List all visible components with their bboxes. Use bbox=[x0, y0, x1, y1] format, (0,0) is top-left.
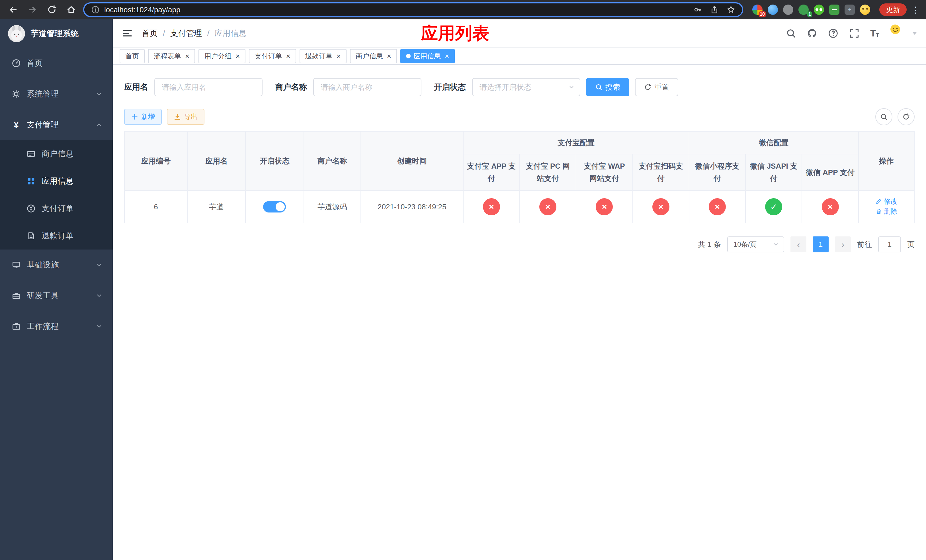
user-menu[interactable] bbox=[890, 24, 917, 42]
sidebar-item-infra[interactable]: 基础设施 bbox=[0, 250, 113, 280]
chevron-down-icon bbox=[96, 91, 103, 97]
puzzle-extension-icon[interactable]: + bbox=[844, 5, 855, 15]
prev-page-button[interactable]: ‹ bbox=[790, 236, 806, 252]
sidebar-menu: 首页 系统管理 ¥ 支付管理 商户信息 应用信息 bbox=[0, 48, 113, 342]
group-header-alipay: 支付宝配置 bbox=[463, 131, 689, 154]
home-icon[interactable] bbox=[64, 2, 79, 17]
close-icon[interactable]: × bbox=[387, 52, 391, 60]
breadcrumb-current: 应用信息 bbox=[215, 28, 247, 39]
sidebar-item-pay-orders[interactable]: 支付订单 bbox=[0, 195, 113, 222]
sidebar-item-app-info[interactable]: 应用信息 bbox=[0, 168, 113, 195]
tab-item[interactable]: 应用信息× bbox=[400, 49, 455, 63]
next-page-button[interactable]: › bbox=[835, 236, 851, 252]
page-title: 应用列表 bbox=[421, 22, 489, 45]
alipay-qr-status-icon: × bbox=[652, 198, 669, 215]
close-icon[interactable]: × bbox=[445, 52, 449, 60]
pagination: 共 1 条 10条/页 ‹ 1 › 前往 页 bbox=[124, 236, 915, 252]
close-icon[interactable]: × bbox=[286, 52, 290, 60]
sidebar-item-payment[interactable]: ¥ 支付管理 bbox=[0, 109, 113, 140]
sidebar-logo[interactable]: 芋道管理系统 bbox=[0, 20, 113, 48]
browser-menu-icon[interactable]: ⋮ bbox=[911, 5, 920, 15]
add-button[interactable]: 新增 bbox=[124, 109, 162, 125]
wechat-jsapi-status-icon: ✓ bbox=[765, 198, 782, 215]
delete-link[interactable]: 删除 bbox=[875, 207, 897, 216]
extension-icon[interactable]: 10 bbox=[752, 5, 763, 15]
navbar-actions: TT bbox=[786, 24, 917, 42]
tab-item[interactable]: 用户分组× bbox=[198, 49, 245, 63]
tab-item[interactable]: 首页× bbox=[120, 49, 145, 63]
extension-icon[interactable]: 1 bbox=[799, 5, 809, 15]
browser-update-button[interactable]: 更新 bbox=[879, 3, 906, 16]
font-size-icon[interactable]: TT bbox=[870, 29, 879, 38]
total-count: 共 1 条 bbox=[698, 239, 721, 250]
bookmark-star-icon[interactable] bbox=[727, 5, 735, 14]
top-navbar: 首页 / 支付管理 / 应用信息 应用列表 TT bbox=[113, 20, 926, 48]
extension-icon[interactable] bbox=[768, 5, 778, 15]
breadcrumb-payment[interactable]: 支付管理 bbox=[170, 28, 202, 39]
tab-item[interactable]: 支付订单× bbox=[249, 49, 296, 63]
export-button[interactable]: 导出 bbox=[167, 109, 204, 125]
wechat-app-status-icon: × bbox=[822, 198, 839, 215]
close-icon[interactable]: × bbox=[236, 52, 240, 60]
toolbox-icon bbox=[11, 291, 21, 301]
app-title: 芋道管理系统 bbox=[31, 28, 79, 39]
search-icon[interactable] bbox=[786, 28, 796, 38]
document-icon bbox=[26, 231, 36, 241]
forward-icon[interactable] bbox=[25, 2, 40, 17]
reload-icon[interactable] bbox=[44, 2, 59, 17]
gear-icon bbox=[11, 89, 21, 99]
refresh-button[interactable] bbox=[897, 108, 915, 125]
page-size-select[interactable]: 10条/页 bbox=[727, 236, 784, 252]
close-icon[interactable]: × bbox=[337, 52, 341, 60]
sidebar-item-workflow[interactable]: 工作流程 bbox=[0, 311, 113, 342]
help-icon[interactable] bbox=[828, 28, 838, 38]
tab-item[interactable]: 流程表单× bbox=[148, 49, 195, 63]
toggle-search-button[interactable] bbox=[875, 108, 893, 125]
sidebar-item-refund-orders[interactable]: 退款订单 bbox=[0, 222, 113, 250]
app-name-input[interactable] bbox=[154, 78, 263, 96]
table-toolbar: 新增 导出 bbox=[124, 108, 915, 125]
share-icon[interactable] bbox=[710, 5, 719, 14]
collapse-sidebar-icon[interactable] bbox=[122, 28, 133, 39]
col-header: 开启状态 bbox=[245, 131, 304, 191]
browser-toolbar: localhost:1024/pay/app 10 1 + 更新 ⋮ bbox=[0, 0, 926, 20]
wechat-mini-status-icon: × bbox=[709, 198, 726, 215]
merchant-name-label: 商户名称 bbox=[275, 82, 307, 92]
merchant-name-input[interactable] bbox=[313, 78, 421, 96]
goto-page-input[interactable] bbox=[878, 236, 901, 252]
search-button[interactable]: 搜索 bbox=[586, 78, 629, 96]
site-info-icon[interactable] bbox=[91, 5, 100, 14]
url-text: localhost:1024/pay/app bbox=[104, 5, 180, 14]
edit-link[interactable]: 修改 bbox=[875, 197, 897, 206]
address-bar[interactable]: localhost:1024/pay/app bbox=[83, 2, 743, 17]
alipay-app-status-icon: × bbox=[483, 198, 500, 215]
group-header-wechat: 微信配置 bbox=[689, 131, 858, 154]
tab-item[interactable]: 商户信息× bbox=[350, 49, 397, 63]
status-select[interactable]: 请选择开启状态 bbox=[472, 78, 580, 96]
sidebar-item-system[interactable]: 系统管理 bbox=[0, 79, 113, 109]
password-key-icon[interactable] bbox=[694, 5, 702, 14]
emoji-extension-icon[interactable] bbox=[860, 5, 870, 15]
status-toggle[interactable] bbox=[263, 201, 286, 212]
logo-avatar bbox=[8, 25, 25, 42]
chevron-down-icon bbox=[96, 323, 103, 330]
extension-icon[interactable] bbox=[829, 5, 840, 15]
col-header: 应用名 bbox=[188, 131, 245, 191]
page-number-button[interactable]: 1 bbox=[813, 236, 829, 252]
tab-item[interactable]: 退款订单× bbox=[300, 49, 346, 63]
fullscreen-icon[interactable] bbox=[849, 28, 859, 38]
extension-icon[interactable] bbox=[783, 5, 793, 15]
back-icon[interactable] bbox=[6, 2, 21, 17]
reset-button[interactable]: 重置 bbox=[635, 78, 678, 96]
goto-label: 前往 bbox=[857, 239, 872, 250]
sidebar-item-home[interactable]: 首页 bbox=[0, 48, 113, 79]
sidebar-item-devtools[interactable]: 研发工具 bbox=[0, 280, 113, 311]
extensions-cluster: 10 1 + bbox=[752, 5, 870, 15]
chevron-down-icon bbox=[568, 84, 575, 90]
wechat-extension-icon[interactable] bbox=[814, 5, 824, 15]
github-icon[interactable] bbox=[807, 28, 817, 38]
close-icon[interactable]: × bbox=[185, 52, 189, 60]
col-header: 应用编号 bbox=[124, 131, 188, 191]
sidebar-item-merchant-info[interactable]: 商户信息 bbox=[0, 140, 113, 168]
breadcrumb-home[interactable]: 首页 bbox=[142, 28, 158, 39]
